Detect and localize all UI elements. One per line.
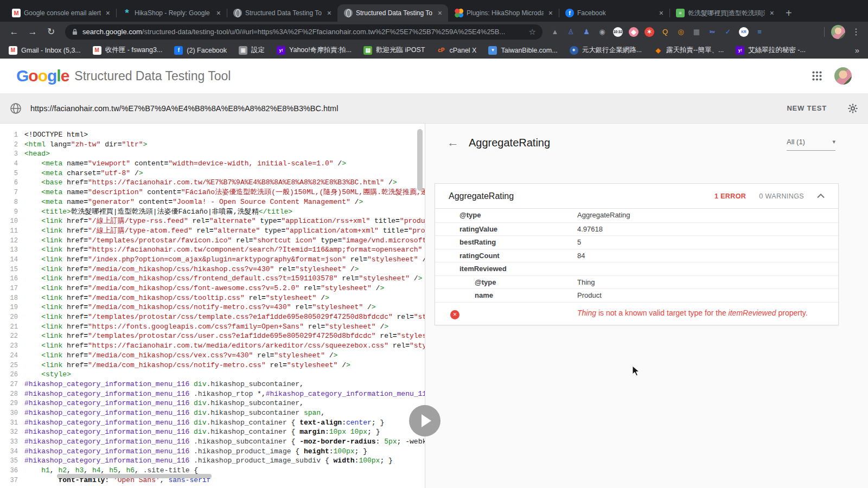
taiwanbible-icon: ▼ [488,46,497,55]
property-row[interactable]: nameProduct [435,288,838,302]
bookmark-label: 艾絲翠拉的秘密 -... [748,46,806,55]
bookmark-label: (2) Facebook [187,47,227,54]
drive-extension-icon[interactable]: ▲ [550,27,560,37]
property-key: bestRating [435,236,577,249]
bookmark-label: 設定 [251,46,265,55]
back-icon[interactable]: ← [8,27,21,37]
filter-label: All (1) [787,138,805,146]
tab-close-icon[interactable]: × [215,9,222,17]
inv-extension-icon[interactable]: Inv [707,27,717,37]
line-number: 4 [0,159,24,169]
bookmark-item[interactable]: ▼TaiwanBible.com... [488,46,557,55]
bookmark-item[interactable]: ◆露天拍賣--簡單、... [654,46,724,55]
q-extension-icon[interactable]: Q [660,27,670,37]
adblock-extension-icon[interactable]: ✶ [644,27,654,37]
bookmark-item[interactable]: y!艾絲翠拉的秘密 -... [736,46,806,55]
results-title: AggregateRating [469,137,550,149]
bookmarks-overflow-chevron[interactable]: » [855,46,859,55]
line-number: 27 [0,380,24,390]
logo-letter: g [47,67,56,85]
bookmark-item[interactable]: cPcPanel X [437,46,476,55]
browser-tab[interactable]: Structured Data Testing To× [337,4,448,22]
property-row[interactable]: bestRating5 [435,235,838,249]
chart-extension-icon[interactable]: ▦ [692,27,701,37]
property-row[interactable]: itemReviewed [435,262,838,275]
yuanta-bank-icon: ✶ [570,46,578,55]
account-avatar[interactable] [834,67,852,85]
browser-tab[interactable]: ≡乾洗髮哪裡買|造型乾洗頭|法× [669,4,780,22]
vertical-scrollbar[interactable] [417,129,423,191]
address-bar[interactable]: search.google.com/structured-data/testin… [65,24,542,40]
tab-title: Google console email alert [24,9,101,17]
property-row[interactable]: @typeAggregateRating [435,209,838,222]
tab-close-icon[interactable]: × [658,9,665,17]
bookmark-item[interactable]: ✶元大銀行企業網路... [570,46,642,55]
new-test-button[interactable]: NEW TEST [787,104,827,112]
horizontal-scrollbar[interactable] [57,474,212,478]
bookmark-item[interactable]: ▣設定 [239,46,265,55]
tab-close-icon[interactable]: × [547,9,554,17]
code-line: 24 <link href="/media/com_hikashop/css/v… [0,351,425,361]
code-line: 26 <style> [0,370,425,380]
search-extension-icon[interactable]: ◎ [676,27,686,37]
tab-title: 乾洗髮哪裡買|造型乾洗頭|法 [688,9,765,18]
line-number: 1 [0,131,24,140]
yahoo-icon: y! [277,46,285,55]
chevron-up-icon[interactable] [817,194,825,198]
property-row[interactable]: ratingValue4.97618 [435,222,838,236]
run-test-button[interactable] [409,405,441,436]
code-line: 8 <meta name="generator" content="Joomla… [0,197,425,207]
user-chart-extension-icon[interactable]: ♟ [582,27,591,37]
google-logo[interactable]: Google [16,67,69,85]
property-row[interactable]: @typeThing [435,275,838,289]
code-line: 4 <meta name="viewport" content="width=d… [0,159,425,169]
browser-tab[interactable]: *HikaShop - Reply: Google× [116,4,227,22]
code-line: 35#hikashop_category_information_menu_11… [0,456,425,466]
apps-grid-icon[interactable] [812,70,822,81]
property-row[interactable]: ratingCount84 [435,249,838,262]
tab-close-icon[interactable]: × [104,9,112,17]
card-header[interactable]: AggregateRating 1 ERROR 0 WARNINGS [435,184,838,209]
new-tab-button[interactable]: + [786,7,792,20]
forward-icon[interactable]: → [26,27,39,37]
bookmark-item[interactable]: f(2) Facebook [174,46,227,55]
code-line: 15 <link href="/media/com_hikashop/css/h… [0,265,425,274]
filter-dropdown[interactable]: All (1) ▾ [787,138,835,151]
chrome-menu-icon[interactable]: ⋮ [852,27,860,37]
browser-tab[interactable]: Structured Data Testing To× [227,4,337,22]
line-number: 33 [0,438,24,447]
code-editor[interactable]: 1<!DOCTYPE html>2<html lang="zh-tw" dir=… [0,124,425,488]
bookmark-item[interactable]: y!Yahoo!奇摩拍賣:拍... [277,46,352,55]
bookmark-item[interactable]: ▤歡迎光臨 iPOST [363,46,425,55]
layers-extension-icon[interactable]: ≡ [755,27,764,37]
user-block-extension-icon[interactable]: ♙ [566,27,576,37]
profile-avatar[interactable] [831,25,845,39]
mouse-cursor [632,365,641,380]
toolbar-separator [824,27,825,37]
tab-close-icon[interactable]: × [768,9,776,17]
bookmark-star-icon[interactable]: ☆ [529,27,536,37]
bookmark-item[interactable]: M收件匣 - fswang3... [93,46,163,55]
back-arrow-icon[interactable]: ← [447,136,459,150]
kr-extension-icon[interactable]: KR [739,27,749,37]
logo-letter: l [56,67,60,85]
tab-close-icon[interactable]: × [436,9,444,17]
property-value: AggregateRating [577,209,630,222]
shield-extension-icon[interactable]: ◆ [629,27,639,37]
extensions-container: ▲♙♟◉10:32◆✶Q◎▦Inv✓KR≡ [550,27,764,37]
browser-tab[interactable]: fFacebook× [559,4,669,22]
settings-gear-icon[interactable] [847,103,858,114]
check-extension-icon[interactable]: ✓ [723,27,733,37]
tab-close-icon[interactable]: × [326,9,333,17]
reload-icon[interactable]: ↻ [44,26,58,37]
clock-extension-icon[interactable]: 10:32 [613,27,623,37]
browser-tab[interactable]: MGoogle console email alert× [5,4,116,22]
browser-tab[interactable]: Plugins: HikaShop Microda× [448,4,559,22]
results-header: ← AggregateRating All (1) ▾ [425,124,868,160]
app-title: Structured Data Testing Tool [74,69,231,84]
bookmark-item[interactable]: MGmail - Inbox (5,3... [9,46,81,55]
tab-title: Plugins: HikaShop Microda [467,9,544,17]
url-text: search.google.com/structured-data/testin… [82,28,525,36]
gmail-icon: M [93,46,101,55]
knot-extension-icon[interactable]: ◉ [597,27,607,37]
